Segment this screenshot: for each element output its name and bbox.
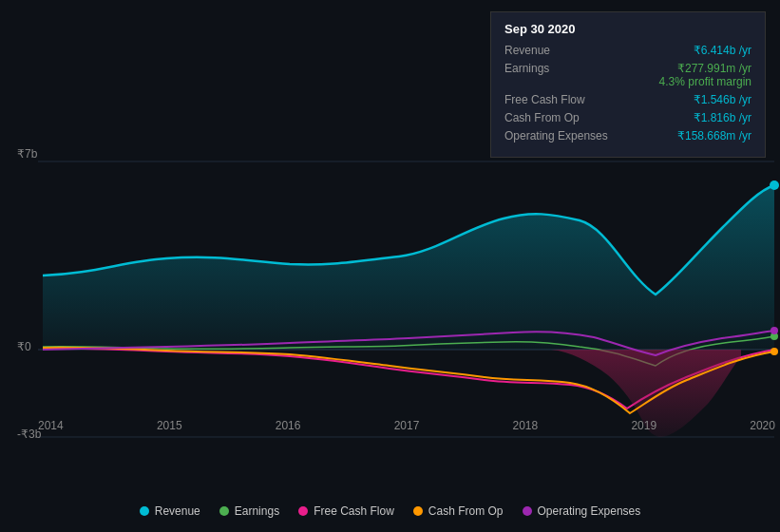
tooltip-profit-margin: 4.3% profit margin xyxy=(659,75,751,88)
legend-item-earnings[interactable]: Earnings xyxy=(219,504,279,518)
x-label-2015: 2015 xyxy=(157,419,182,432)
x-label-2020: 2020 xyxy=(750,419,775,432)
x-label-2018: 2018 xyxy=(513,419,539,432)
tooltip-row-revenue: Revenue ₹6.414b /yr xyxy=(504,44,751,57)
legend-label-cashop: Cash From Op xyxy=(428,504,504,518)
x-axis: 2014 2015 2016 2017 2018 2019 2020 xyxy=(38,419,775,432)
y-label-zero: ₹0 xyxy=(17,340,31,353)
cashop-dot xyxy=(770,348,778,355)
tooltip-earnings-value: ₹277.991m /yr xyxy=(659,62,751,75)
x-label-2014: 2014 xyxy=(38,419,64,432)
x-label-2017: 2017 xyxy=(394,419,420,432)
legend-dot-earnings xyxy=(219,506,229,516)
legend-dot-fcf xyxy=(298,506,308,516)
legend-label-opex: Operating Expenses xyxy=(538,504,641,518)
x-label-2019: 2019 xyxy=(631,419,656,432)
tooltip-earnings-label: Earnings xyxy=(504,62,609,75)
legend: Revenue Earnings Free Cash Flow Cash Fro… xyxy=(0,504,780,518)
tooltip-fcf-value: ₹1.546b /yr xyxy=(694,93,751,106)
opex-dot xyxy=(770,327,778,334)
legend-label-fcf: Free Cash Flow xyxy=(314,504,394,518)
legend-item-revenue[interactable]: Revenue xyxy=(140,504,200,518)
x-label-2016: 2016 xyxy=(276,419,301,432)
legend-dot-cashop xyxy=(413,506,423,516)
tooltip-date: Sep 30 2020 xyxy=(504,22,751,36)
tooltip-opex-label: Operating Expenses xyxy=(504,129,609,142)
tooltip-fcf-label: Free Cash Flow xyxy=(504,93,609,106)
tooltip-row-cashop: Cash From Op ₹1.816b /yr xyxy=(504,111,751,124)
tooltip-row-fcf: Free Cash Flow ₹1.546b /yr xyxy=(504,93,751,106)
legend-dot-opex xyxy=(523,506,532,516)
legend-item-fcf[interactable]: Free Cash Flow xyxy=(298,504,394,518)
tooltip-revenue-value: ₹6.414b /yr xyxy=(694,44,751,57)
tooltip-cashop-label: Cash From Op xyxy=(504,111,609,124)
legend-dot-revenue xyxy=(140,506,149,516)
tooltip-row-opex: Operating Expenses ₹158.668m /yr xyxy=(504,129,751,142)
revenue-dot xyxy=(770,180,779,190)
tooltip-revenue-label: Revenue xyxy=(504,44,609,57)
legend-label-revenue: Revenue xyxy=(155,504,200,518)
tooltip-row-earnings: Earnings ₹277.991m /yr 4.3% profit margi… xyxy=(504,62,751,88)
y-label-top: ₹7b xyxy=(17,147,37,161)
legend-label-earnings: Earnings xyxy=(235,504,279,518)
tooltip-box: Sep 30 2020 Revenue ₹6.414b /yr Earnings… xyxy=(490,11,766,158)
legend-item-opex[interactable]: Operating Expenses xyxy=(523,504,641,518)
tooltip-cashop-value: ₹1.816b /yr xyxy=(694,111,751,124)
legend-item-cashop[interactable]: Cash From Op xyxy=(413,504,504,518)
tooltip-opex-value: ₹158.668m /yr xyxy=(677,129,751,142)
